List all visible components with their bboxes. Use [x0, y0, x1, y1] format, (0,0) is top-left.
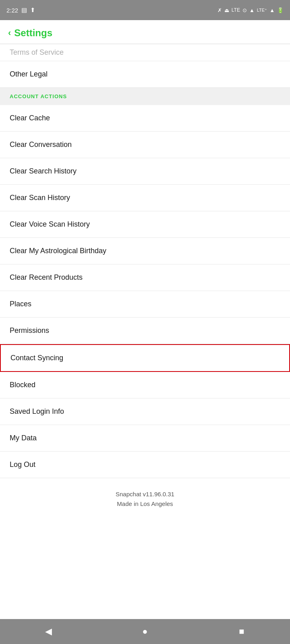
items-container: Other LegalACCOUNT ACTIONSClear CacheCle… — [0, 61, 290, 478]
signal-icon: ▲ — [249, 7, 255, 13]
call-signal-icon: LTE — [232, 7, 240, 13]
list-item-terms[interactable]: Terms of Service — [0, 44, 290, 61]
page-title: Settings — [14, 27, 52, 39]
list-item-permissions[interactable]: Permissions — [0, 318, 290, 344]
home-nav-button[interactable]: ● — [133, 623, 157, 640]
vibrate-icon: ⏏ — [224, 7, 229, 13]
list-item-clear-my-astrological-birthday[interactable]: Clear My Astrological Birthday — [0, 238, 290, 264]
footer-line2: Made in Los Angeles — [8, 499, 282, 509]
header: ‹ Settings — [0, 20, 290, 44]
recent-nav-button[interactable]: ■ — [230, 623, 254, 640]
section-header-account-actions: ACCOUNT ACTIONS — [0, 88, 290, 105]
settings-list: Terms of Service Other LegalACCOUNT ACTI… — [0, 44, 290, 478]
status-bar: 2:22 ▤ ⬆ ✗ ⏏ LTE ⊙ ▲ LTE⁺ ▲ 🔋 — [0, 0, 290, 20]
lte-badge: LTE⁺ — [257, 8, 267, 13]
list-item-other-legal[interactable]: Other Legal — [0, 61, 290, 88]
list-item-clear-cache[interactable]: Clear Cache — [0, 105, 290, 132]
back-button[interactable]: ‹ — [8, 28, 11, 38]
footer-line1: Snapchat v11.96.0.31 — [8, 489, 282, 499]
wifi-icon: ⊙ — [242, 7, 247, 13]
list-item-clear-conversation[interactable]: Clear Conversation — [0, 132, 290, 158]
bluetooth-icon: ✗ — [218, 7, 222, 13]
upload-icon: ⬆ — [30, 6, 35, 14]
list-item-my-data[interactable]: My Data — [0, 425, 290, 452]
list-item-clear-scan-history[interactable]: Clear Scan History — [0, 185, 290, 211]
back-nav-button[interactable]: ◀ — [36, 623, 60, 640]
signal-icon-2: ▲ — [269, 7, 275, 13]
list-item-places[interactable]: Places — [0, 291, 290, 318]
list-item-clear-voice-scan-history[interactable]: Clear Voice Scan History — [0, 211, 290, 238]
list-item-saved-login-info[interactable]: Saved Login Info — [0, 398, 290, 425]
nav-bar: ◀ ● ■ — [0, 619, 290, 644]
list-item-log-out[interactable]: Log Out — [0, 452, 290, 478]
footer: Snapchat v11.96.0.31 Made in Los Angeles — [0, 478, 290, 515]
sim-icon: ▤ — [21, 6, 27, 14]
battery-icon: 🔋 — [277, 7, 284, 13]
list-item-blocked[interactable]: Blocked — [0, 372, 290, 398]
list-item-clear-search-history[interactable]: Clear Search History — [0, 158, 290, 185]
status-bar-left: 2:22 ▤ ⬆ — [6, 6, 35, 14]
list-item-clear-recent-products[interactable]: Clear Recent Products — [0, 264, 290, 291]
list-item-contact-syncing[interactable]: Contact Syncing — [0, 344, 290, 372]
status-bar-right: ✗ ⏏ LTE ⊙ ▲ LTE⁺ ▲ 🔋 — [218, 7, 284, 13]
time-display: 2:22 — [6, 7, 18, 14]
